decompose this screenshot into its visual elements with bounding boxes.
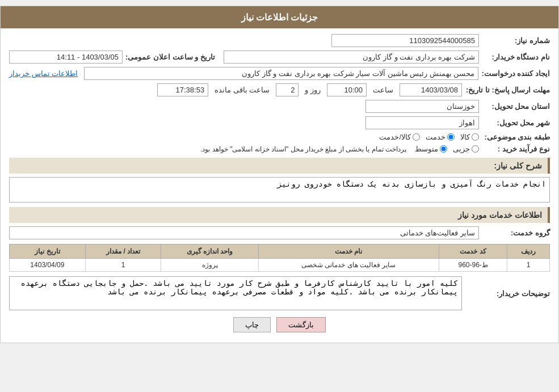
need-number-row: شماره نیاز: 1103092544000585 xyxy=(9,34,550,47)
response-remaining-label: ساعت باقی مانده xyxy=(215,86,270,94)
col-row: ردیف xyxy=(507,245,550,259)
process-motavaset-radio[interactable] xyxy=(440,145,447,153)
response-time-value: 10:00 xyxy=(327,83,367,96)
category-row: طبقه بندی موضوعی: کالا خدمت کالا/خدمت xyxy=(9,133,550,141)
need-number-label: شماره نیاز: xyxy=(482,36,550,45)
city-value: اهواز xyxy=(365,116,479,129)
response-date-value: 1403/03/08 xyxy=(400,83,462,96)
response-day-label: روز و xyxy=(305,86,321,94)
creator-value: محسن بهمنش رئیس ماشین آلات سیار شرکت بهر… xyxy=(84,67,478,80)
category-kala-khedmat-label: کالا/خدمت xyxy=(379,133,411,141)
category-kala-khedmat-radio[interactable] xyxy=(413,133,420,141)
process-motavaset: متوسط xyxy=(415,145,447,153)
buyer-org-value: شرکت بهره برداری نفت و گاز کارون xyxy=(224,50,479,64)
need-description-row: انجام خدمات رنگ آمیزی و بازسازی بدنه یک … xyxy=(9,177,550,203)
back-button[interactable]: بازگشت xyxy=(276,317,326,332)
creator-link[interactable]: اطلاعات تماس خریدار xyxy=(9,69,78,78)
print-button[interactable]: چاپ xyxy=(233,317,271,332)
service-group-value: سایر فعالیت‌های خدماتی xyxy=(9,226,479,239)
service-group-label: گروه خدمت: xyxy=(482,229,550,237)
category-khedmat-label: خدمت xyxy=(426,133,445,141)
process-note: پرداخت تمام یا بخشی از مبلغ خریدار محل "… xyxy=(200,145,406,153)
process-label: نوع فرآیند خرید : xyxy=(482,145,550,153)
col-unit: واحد اندازه گیری xyxy=(161,245,258,259)
process-jozii: جزیی xyxy=(453,145,479,153)
col-quantity: تعداد / مقدار xyxy=(85,245,161,259)
creator-row: ایجاد کننده درخواست: محسن بهمنش رئیس ماش… xyxy=(9,67,550,80)
service-group-row: گروه خدمت: سایر فعالیت‌های خدماتی xyxy=(9,226,550,239)
response-remaining-value: 17:38:53 xyxy=(157,83,208,96)
page-container: جزئیات اطلاعات نیاز شماره نیاز: 11030925… xyxy=(0,6,559,343)
response-date-row: مهلت ارسال پاسخ: تا تاریخ: 1403/03/08 سا… xyxy=(9,83,550,96)
response-date-label: مهلت ارسال پاسخ: تا تاریخ: xyxy=(465,86,550,94)
province-value: خوزستان xyxy=(365,100,479,113)
page-title: جزئیات اطلاعات نیاز xyxy=(241,12,318,22)
col-name: نام خدمت xyxy=(258,245,439,259)
city-row: شهر محل تحویل: اهواز xyxy=(9,116,550,129)
province-label: استان محل تحویل: xyxy=(482,102,550,111)
category-kala-label: کالا xyxy=(460,133,470,141)
category-kala-khedmat: کالا/خدمت xyxy=(379,133,420,141)
category-kala: کالا xyxy=(460,133,479,141)
process-motavaset-label: متوسط xyxy=(415,145,438,153)
need-description-header: شرح کلی نیاز: xyxy=(9,158,550,174)
province-row: استان محل تحویل: خوزستان xyxy=(9,100,550,113)
button-row: بازگشت چاپ xyxy=(9,317,550,332)
public-date-value: 1403/03/05 - 14:11 xyxy=(9,50,123,64)
services-table-section: ردیف کد خدمت نام خدمت واحد اندازه گیری ت… xyxy=(9,244,550,272)
buyer-notes-label: توضیحات خریدار: xyxy=(465,289,550,298)
response-day-value: 2 xyxy=(276,83,299,96)
process-jozii-label: جزیی xyxy=(453,145,470,153)
col-date: تاریخ نیاز xyxy=(10,245,86,259)
creator-label: ایجاد کننده درخواست: xyxy=(481,69,550,78)
buyer-notes-row: توضیحات خریدار: xyxy=(9,276,550,310)
category-radio-group: کالا خدمت کالا/خدمت xyxy=(379,133,479,141)
col-code: کد خدمت xyxy=(439,245,507,259)
category-khedmat: خدمت xyxy=(426,133,455,141)
city-label: شهر محل تحویل: xyxy=(482,119,550,127)
category-khedmat-radio[interactable] xyxy=(447,133,455,141)
buyer-org-label: نام دستگاه خریدار: xyxy=(482,53,550,61)
services-table: ردیف کد خدمت نام خدمت واحد اندازه گیری ت… xyxy=(9,244,550,272)
process-row: نوع فرآیند خرید : جزیی متوسط پرداخت تمام… xyxy=(9,145,550,153)
page-header: جزئیات اطلاعات نیاز xyxy=(1,6,558,28)
category-label: طبقه بندی موضوعی: xyxy=(482,133,550,141)
need-number-value: 1103092544000585 xyxy=(331,34,479,47)
services-section-header: اطلاعات خدمات مورد نیاز xyxy=(9,207,550,223)
need-description-textarea[interactable]: انجام خدمات رنگ آمیزی و بازسازی بدنه یک … xyxy=(9,177,550,203)
public-date-label: تاریخ و ساعت اعلان عمومی: xyxy=(125,53,215,61)
category-kala-radio[interactable] xyxy=(472,133,479,141)
response-time-label: ساعت xyxy=(373,86,393,94)
buyer-date-row: نام دستگاه خریدار: شرکت بهره برداری نفت … xyxy=(9,50,550,64)
table-row: 1ط-96-960سایر فعالیت های خدماتی شخصیپروژ… xyxy=(10,259,550,272)
buyer-notes-textarea[interactable] xyxy=(9,276,462,310)
process-jozii-radio[interactable] xyxy=(472,145,479,153)
content-area: شماره نیاز: 1103092544000585 نام دستگاه … xyxy=(1,28,558,343)
process-radio-group: جزیی متوسط xyxy=(415,145,479,153)
